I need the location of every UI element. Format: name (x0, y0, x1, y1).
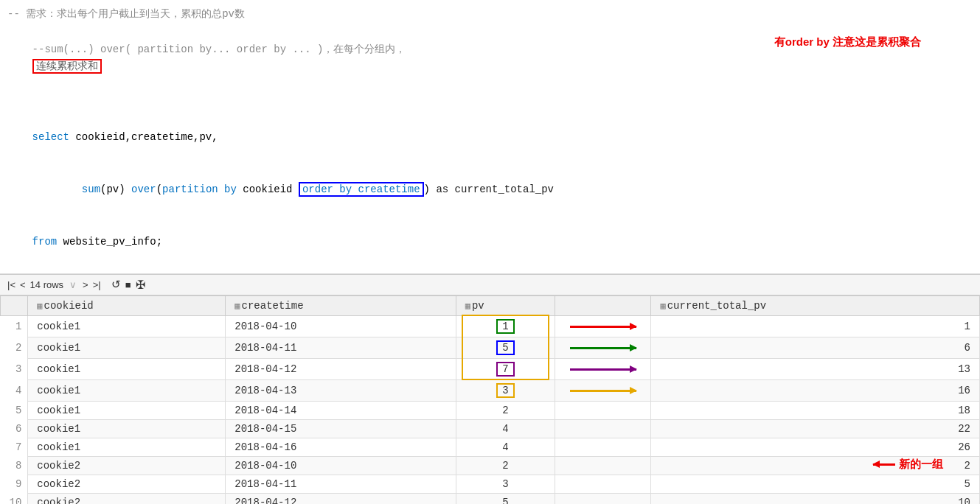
row-number: 2 (1, 337, 28, 358)
row-number: 6 (1, 419, 28, 438)
next-page-icon[interactable]: > (83, 279, 88, 290)
cell-createtime: 2018-04-10 (226, 315, 456, 337)
comment-line1: -- 需求：求出每个用户截止到当天，累积的总pv数 (7, 6, 973, 24)
cell-pv: 2 (456, 401, 555, 419)
cell-arrow (555, 493, 651, 504)
table-row: 10cookie22018-04-12510 (1, 493, 980, 504)
cell-total-pv: 22 (651, 419, 980, 438)
row-number: 7 (1, 438, 28, 456)
cell-pv: 7 (456, 358, 555, 379)
col-header-pv: ▦pv (456, 295, 555, 315)
cell-pv: 5 (456, 493, 555, 504)
table-row: 3cookie12018-04-12713 (1, 358, 980, 379)
row-number: 10 (1, 493, 28, 504)
cell-cookieid: cookie2 (28, 456, 226, 475)
cell-cookieid: cookie2 (28, 475, 226, 493)
table-row: 1cookie12018-04-1011 (1, 315, 980, 337)
cell-arrow (555, 401, 651, 419)
annotation1: 有order by 注意这是累积聚合 (774, 32, 921, 52)
cell-arrow (555, 337, 651, 358)
cell-total-pv: 5 (651, 475, 980, 493)
cell-createtime: 2018-04-12 (226, 358, 456, 379)
cell-pv: 3 (456, 379, 555, 401)
table-container: ▦cookieid ▦createtime ▦pv ▦current_total… (0, 295, 980, 504)
arrow-purple (570, 368, 636, 371)
col-header-total-pv: ▦current_total_pv (651, 295, 980, 315)
new-group-annotation: 新的一组 (873, 458, 943, 472)
cell-total-pv: 18 (651, 401, 980, 419)
prev-page-icon[interactable]: < (20, 279, 26, 290)
cell-arrow (555, 475, 651, 493)
cell-createtime: 2018-04-11 (226, 337, 456, 358)
cell-createtime: 2018-04-15 (226, 419, 456, 438)
cell-pv: 4 (456, 419, 555, 438)
arrow-red (570, 326, 636, 328)
first-page-icon[interactable]: |< (7, 279, 15, 290)
cell-createtime: 2018-04-12 (226, 493, 456, 504)
toolbar: |< < 14 rows ∨ > >| ↺ ■ ✠ (0, 274, 980, 295)
cell-cookieid: cookie1 (28, 438, 226, 456)
cell-pv: 2 (456, 456, 555, 475)
last-page-icon[interactable]: >| (93, 279, 101, 290)
table-header-row: ▦cookieid ▦createtime ▦pv ▦current_total… (1, 295, 980, 315)
table-row: 5cookie12018-04-14218 (1, 401, 980, 419)
cell-arrow (555, 419, 651, 438)
cell-cookieid: cookie1 (28, 401, 226, 419)
cell-cookieid: cookie2 (28, 493, 226, 504)
row-number: 4 (1, 379, 28, 401)
table-row: 8cookie22018-04-1022 (1, 456, 980, 475)
table-row: 6cookie12018-04-15422 (1, 419, 980, 438)
results-table: ▦cookieid ▦createtime ▦pv ▦current_total… (0, 295, 980, 504)
refresh-icon[interactable]: ↺ (111, 278, 121, 290)
table-row: 9cookie22018-04-1135 (1, 475, 980, 493)
rows-label: 14 rows (30, 279, 64, 290)
cell-createtime: 2018-04-14 (226, 401, 456, 419)
split-icon[interactable]: ✠ (136, 278, 145, 292)
arrow-green (570, 347, 636, 349)
row-number: 8 (1, 456, 28, 475)
col-header-rownum (1, 295, 28, 315)
pv-highlight-box: 5 (496, 340, 514, 355)
table-row: 2cookie12018-04-1156 (1, 337, 980, 358)
cell-arrow (555, 456, 651, 475)
col-header-createtime: ▦createtime (226, 295, 456, 315)
col-header-cookieid: ▦cookieid (28, 295, 226, 315)
code-line3: from website_pv_info; (7, 217, 973, 269)
stop-icon[interactable]: ■ (125, 279, 131, 290)
comment-line2: --sum(...) over( partition by... order b… (7, 24, 973, 111)
cell-arrow (555, 379, 651, 401)
pv-highlight-box: 7 (496, 362, 514, 377)
cell-cookieid: cookie1 (28, 419, 226, 438)
cell-total-pv: 16 (651, 379, 980, 401)
cell-createtime: 2018-04-10 (226, 456, 456, 475)
cell-total-pv: 13 (651, 358, 980, 379)
row-number: 9 (1, 475, 28, 493)
code-line1: select cookieid,createtime,pv, (7, 111, 973, 164)
arrow-yellow (570, 390, 636, 392)
cell-pv: 5 (456, 337, 555, 358)
cell-createtime: 2018-04-11 (226, 475, 456, 493)
cell-total-pv: 6 (651, 337, 980, 358)
arrow-left-red (873, 463, 895, 466)
pv-highlight-box: 3 (496, 383, 514, 398)
cell-total-pv: 26 (651, 438, 980, 456)
cell-cookieid: cookie1 (28, 358, 226, 379)
pv-highlight-box: 1 (496, 319, 514, 334)
cell-pv: 3 (456, 475, 555, 493)
annotation-highlight-red: 连续累积求和 (32, 59, 102, 74)
cell-cookieid: cookie1 (28, 337, 226, 358)
cell-arrow (555, 315, 651, 337)
row-number: 3 (1, 358, 28, 379)
cell-cookieid: cookie1 (28, 379, 226, 401)
row-number: 1 (1, 315, 28, 337)
code-area: -- 需求：求出每个用户截止到当天，累积的总pv数 --sum(...) ove… (0, 0, 980, 274)
row-number: 5 (1, 401, 28, 419)
cell-total-pv: 10 (651, 493, 980, 504)
cell-arrow (555, 358, 651, 379)
cell-pv: 1 (456, 315, 555, 337)
cell-total-pv: 1 (651, 315, 980, 337)
table-row: 4cookie12018-04-13316 (1, 379, 980, 401)
cell-cookieid: cookie1 (28, 315, 226, 337)
table-row: 7cookie12018-04-16426 (1, 438, 980, 456)
cell-createtime: 2018-04-16 (226, 438, 456, 456)
